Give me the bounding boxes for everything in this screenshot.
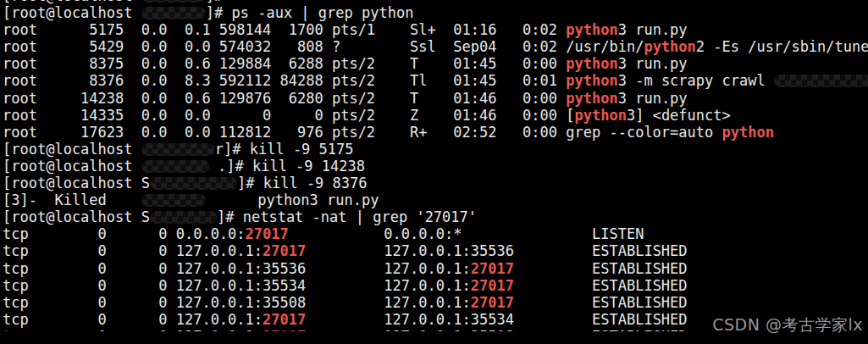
redaction-blob [774,75,868,87]
terminal-text: ]# ps -aux | grep python [206,4,414,21]
terminal-line: [3]- Killed python3 run.py [3,191,868,208]
grep-highlight: python [566,21,617,38]
redaction-blob [141,0,206,3]
terminal-text: 2 -Es /usr/sbin/tuned [696,38,868,55]
terminal-text: tcp 0 0 0.0.0.0: [3,225,246,242]
terminal-line: [root@localhost r]# kill -9 5175 [3,141,868,158]
terminal-window: { "terminal": { "colors": { "background"… [0,0,868,344]
terminal-text: tcp 0 0 127.0.0.1:35536 127.0.0.1: [3,260,471,277]
grep-highlight: python [575,107,627,124]
terminal-text: root 5429 0.0 0.0 574032 808 ? Ssl Sep04… [3,38,644,55]
terminal-line: tcp 0 0 127.0.0.1:35534 127.0.0.1:27017 … [3,277,868,294]
terminal-text: root 14238 0.0 0.6 129876 6280 pts/2 T 0… [3,90,566,107]
terminal-text: 0.0.0.0:* LISTEN [289,225,644,242]
terminal-line: tcp 0 0 127.0.0.1:27017 127.0.0.1:35536 … [3,242,868,259]
terminal-text: [root@localhost [3,141,141,158]
grep-highlight: 27017 [263,328,306,331]
terminal-text: tcp 0 0 127.0.0.1:35534 127.0.0.1: [3,277,471,294]
terminal-line: [root@localhost S]# kill -9 8376 [3,175,868,191]
terminal-line: root 14238 0.0 0.6 129876 6280 pts/2 T 0… [3,90,868,107]
terminal-text: tcp 0 0 127.0.0.1:35508 127.0.0.1: [3,294,471,311]
terminal-text: ESTABLISHED [514,294,688,311]
terminal-text: ESTABLISHED [514,260,688,277]
redaction-blob [141,194,206,207]
grep-highlight: python [566,72,617,89]
redaction-blob [141,143,215,156]
terminal-line: tcp 0 0 127.0.0.1:35508 127.0.0.1:27017 … [3,294,868,311]
terminal-text: 3 run.py [618,90,688,107]
terminal-text: tcp 0 0 127.0.0.1: [3,328,263,331]
terminal-line: tcp 0 0 127.0.0.1:35536 127.0.0.1:27017 … [3,260,868,277]
terminal-text: 3 run.py [618,21,688,38]
terminal-text: 3] <defunct> [627,107,731,124]
terminal-text: root 14335 0.0 0.0 0 0 pts/2 Z 01:46 0:0… [3,107,575,124]
terminal-text: [root@localhost [3,4,141,21]
terminal-text: ]# netstat -nat | grep '27017' [217,208,477,225]
terminal-text: 127.0.0.1:35508 ESTABLISHED [306,328,687,331]
terminal-line: root 5175 0.0 0.1 598144 1700 pts/1 Sl+ … [3,21,868,38]
terminal-line: [root@localhost S]# netstat -nat | grep … [3,208,868,225]
terminal-text: 127.0.0.1:35536 ESTABLISHED [306,242,687,259]
terminal-line: root 5429 0.0 0.0 574032 808 ? Ssl Sep04… [3,38,868,55]
grep-highlight: 27017 [471,277,514,294]
terminal-output[interactable]: [root@localhost ]# [root@localhost ]# ps… [0,0,868,331]
terminal-text: root 5175 0.0 0.1 598144 1700 pts/1 Sl+ … [3,21,566,38]
grep-highlight: 27017 [263,311,306,328]
terminal-text: 3 -m scrapy crawl [618,72,774,89]
grep-highlight: python [566,55,617,72]
terminal-text: ]# kill -9 8376 [237,175,368,191]
terminal-line: root 8375 0.0 0.6 129884 6288 pts/2 T 01… [3,55,868,72]
terminal-line: tcp 0 0 127.0.0.1:27017 127.0.0.1:35534 … [3,311,868,328]
grep-highlight: 27017 [471,294,514,311]
terminal-line: [root@localhost ]# ps -aux | grep python [3,4,868,21]
terminal-text: .]# kill -9 14238 [209,158,365,175]
redaction-blob [141,160,209,173]
terminal-text: tcp 0 0 127.0.0.1: [3,311,263,328]
terminal-text: [root@localhost S [3,175,150,191]
grep-highlight: 27017 [246,225,289,242]
grep-highlight: python [722,124,774,141]
terminal-line: tcp 0 0 0.0.0.0:27017 0.0.0.0:* LISTEN [3,225,868,242]
terminal-text: [root@localhost S [3,208,150,225]
terminal-text: 3 run.py [618,55,688,72]
grep-highlight: python [644,38,695,55]
redaction-blob [141,7,206,19]
terminal-text: tcp 0 0 127.0.0.1: [3,242,263,259]
terminal-line: tcp 0 0 127.0.0.1:27017 127.0.0.1:35508 … [3,328,868,331]
terminal-text: r]# kill -9 5175 [215,141,354,158]
terminal-line: [root@localhost .]# kill -9 14238 [3,158,868,175]
terminal-line: root 8376 0.0 8.3 592112 84288 pts/2 Tl … [3,72,868,89]
terminal-line: root 17623 0.0 0.0 112812 976 pts/2 R+ 0… [3,124,868,141]
grep-highlight: 27017 [263,242,306,259]
terminal-text: root 8375 0.0 0.6 129884 6288 pts/2 T 01… [3,55,566,72]
grep-highlight: 27017 [471,260,514,277]
terminal-text: root 8376 0.0 8.3 592112 84288 pts/2 Tl … [3,72,566,89]
grep-highlight: python [566,90,617,107]
terminal-text: 127.0.0.1:35534 ESTABLISHED [306,311,687,328]
terminal-text: [3]- Killed [3,191,141,208]
redaction-blob [150,177,237,190]
terminal-text: ESTABLISHED [514,277,688,294]
terminal-text: [root@localhost [3,158,141,175]
redaction-blob [150,211,217,224]
terminal-text: python3 run.py [206,191,379,208]
terminal-text: root 17623 0.0 0.0 112812 976 pts/2 R+ 0… [3,124,722,141]
terminal-line: root 14335 0.0 0.0 0 0 pts/2 Z 01:46 0:0… [3,107,868,124]
